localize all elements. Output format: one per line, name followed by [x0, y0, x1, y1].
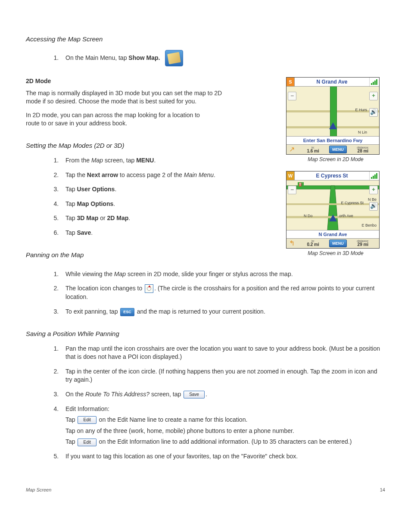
bold-show-map: Show Map. — [128, 54, 160, 61]
road-label: N Lin — [358, 130, 367, 135]
zoom-in-button[interactable]: + — [369, 92, 378, 100]
bottom-street-3d: N Grand Ave — [286, 230, 379, 238]
footer-page-number: 14 — [380, 487, 385, 493]
edit-info-line1: Tap Edit on the Edit Name line to create… — [65, 416, 385, 424]
accessing-list: On the Main Menu, tap Show Map. — [26, 50, 385, 66]
panning-list: While viewing the Map screen in 2D mode,… — [26, 270, 385, 316]
top-street-3d: E Cypress St — [295, 171, 369, 180]
in-distance: in:0.2 mi — [297, 240, 329, 247]
road-label: orth Ave — [339, 213, 353, 219]
in-distance: in:1.6 mi — [297, 146, 329, 153]
page-footer: Map Screen 14 — [26, 487, 385, 493]
zoom-out-button[interactable]: − — [288, 186, 296, 194]
edit-info-line2: Tap on any of the three (work, home, mob… — [65, 427, 385, 436]
total-distance: distance:28 mi — [347, 146, 379, 153]
list-item: If you want to tag this location as one … — [60, 452, 385, 461]
total-distance: distance:29 mi — [347, 240, 379, 247]
road-label: N Do — [304, 213, 313, 219]
show-map-icon — [165, 50, 183, 66]
enter-street-2d: Enter San Bernardino Fwy — [286, 136, 379, 144]
zoom-in-button[interactable]: + — [369, 186, 378, 194]
menu-button[interactable]: MENU — [329, 240, 347, 248]
esc-button[interactable]: ESC — [120, 308, 134, 316]
top-street-2d: N Grand Ave — [295, 78, 369, 86]
list-item: Pan the map until the icon crosshairs ar… — [60, 345, 385, 361]
list-item: The location icon changes to . (The circ… — [60, 284, 385, 302]
signal-icon — [369, 78, 379, 86]
position-arrow-icon — [329, 122, 337, 129]
saving-list: Pan the map until the icon crosshairs ar… — [26, 345, 385, 461]
list-item: While viewing the Map screen in 2D mode,… — [60, 270, 385, 279]
volume-button[interactable]: 🔊 — [369, 108, 378, 117]
footer-section: Map Screen — [26, 487, 51, 493]
map-screenshot-3d: W E Cypress St − + 🔊 ⛽ E Cypress St N Be — [286, 171, 380, 249]
volume-button[interactable]: 🔊 — [369, 202, 378, 211]
turn-arrow-icon: ↰ — [286, 239, 297, 248]
list-item: Edit Information: Tap Edit on the Edit N… — [60, 405, 385, 446]
road-label: E Benbo — [361, 223, 377, 228]
road-label: N Be — [368, 197, 377, 202]
save-button[interactable]: Save — [184, 391, 205, 398]
compass-3d: W — [286, 171, 295, 180]
signal-icon — [369, 171, 379, 180]
edit-info-heading: Edit Information: — [65, 405, 109, 412]
menu-button[interactable]: MENU — [329, 146, 347, 154]
crosshair-icon — [145, 284, 153, 293]
edit-button[interactable]: Edit — [78, 439, 96, 446]
compass-2d: S — [286, 78, 295, 86]
heading-saving: Saving a Position While Panning — [26, 329, 385, 338]
text: On the Main Menu, tap — [65, 54, 128, 61]
list-item: Tap in the center of the icon circle. (I… — [60, 367, 385, 384]
map-screenshot-2d: S N Grand Ave − + 🔊 E Hurs N Lin Enter S… — [286, 77, 380, 155]
list-item: On the Route To This Address? screen, ta… — [60, 390, 385, 399]
road-label: E Cypress St — [341, 200, 364, 206]
screenshots-column: S N Grand Ave − + 🔊 E Hurs N Lin Enter S… — [286, 77, 385, 265]
paragraph-2d-2: In 2D mode, you can pan across the map l… — [26, 111, 211, 128]
caption-2d: Map Screen in 2D Mode — [286, 156, 385, 163]
paragraph-2d-1: The map is normally displayed in 3D mode… — [26, 89, 224, 106]
edit-button[interactable]: Edit — [78, 416, 96, 424]
list-item: To exit panning, tap ESC and the map is … — [60, 308, 385, 316]
poi-icon: ⛽ — [298, 182, 304, 187]
svg-marker-1 — [327, 186, 338, 230]
accessing-step-1: On the Main Menu, tap Show Map. — [60, 50, 385, 66]
road-label: E Hurs — [355, 107, 367, 113]
heading-accessing: Accessing the Map Screen — [26, 34, 385, 44]
caption-3d: Map Screen in 3D Mode — [286, 250, 385, 257]
turn-arrow-icon: ↗ — [286, 145, 297, 154]
edit-info-line3: Tap Edit on the Edit Information line to… — [65, 438, 385, 446]
position-arrow-icon — [329, 215, 337, 221]
zoom-out-button[interactable]: − — [288, 92, 296, 100]
